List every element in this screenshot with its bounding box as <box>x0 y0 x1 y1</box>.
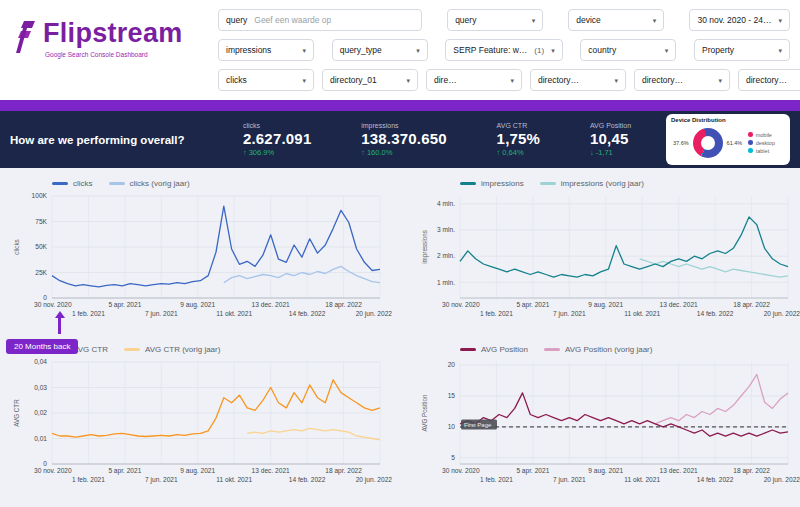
x-tick-label: 11 okt. 2021 <box>624 310 660 317</box>
filter-clicks[interactable]: clicks▾ <box>218 69 314 91</box>
chart-avg-ctr: AVG CTRAVG CTR (vorig jaar)30 nov. 20201… <box>10 344 382 504</box>
brand-name: Flipstream <box>43 20 183 47</box>
legend-swatch <box>52 182 68 185</box>
filter-label: country <box>588 45 616 55</box>
filter-query-type[interactable]: query_type▾ <box>332 39 428 61</box>
x-tick-label: 5 apr. 2021 <box>108 301 141 309</box>
y-tick-label: 0 <box>43 294 47 301</box>
chart-canvas-avg-ctr[interactable]: 30 nov. 20201 feb. 20215 apr. 20217 jun.… <box>10 357 388 490</box>
filter-country[interactable]: country▾ <box>580 39 676 61</box>
legend-dot <box>748 148 753 153</box>
chevron-down-icon: ▾ <box>302 77 306 84</box>
series-line-avg-ctr-vorig-jaar <box>247 428 380 440</box>
filter-date-range[interactable]: 30 nov. 2020 - 24…▾ <box>689 9 790 31</box>
device-donut-chart[interactable] <box>693 128 723 158</box>
legend-dot <box>748 140 753 145</box>
kpi-label: clicks <box>243 122 312 129</box>
kpi-avg-ctr: AVG CTR 1,75% ↑0,64% <box>497 122 541 157</box>
filter-directory-02[interactable]: dire…▾ <box>426 69 522 91</box>
x-tick-label: 14 feb. 2022 <box>289 310 326 317</box>
kpi-value: 1,75% <box>497 130 541 147</box>
delta-value: 0,64% <box>502 148 523 157</box>
top-bar: Flipstream Google Search Console Dashboa… <box>0 0 800 100</box>
x-tick-label: 9 aug. 2021 <box>588 301 623 309</box>
filter-label: query <box>455 15 476 25</box>
chevron-down-icon: ▾ <box>551 47 555 54</box>
chevron-down-icon: ▾ <box>406 77 410 84</box>
chevron-down-icon: ▾ <box>614 77 618 84</box>
filter-label: dire… <box>434 75 457 85</box>
kpi-group: clicks 2.627.091 ↑306.9% impressions 138… <box>218 122 656 157</box>
y-tick-label: 1 mln. <box>437 279 455 286</box>
legend-item-impressions-vorig-jaar[interactable]: impressions (vorig jaar) <box>540 179 644 188</box>
series-line-clicks <box>52 206 380 287</box>
x-tick-label: 18 apr. 2022 <box>733 301 770 309</box>
y-tick-label: 20 <box>448 361 456 368</box>
chart-canvas-impressions[interactable]: 30 nov. 20201 feb. 20215 apr. 20217 jun.… <box>418 191 796 324</box>
filter-query-search[interactable]: queryGeef een waarde op <box>218 9 422 31</box>
legend-item-avg-position[interactable]: AVG Position <box>460 345 528 354</box>
legend-item-impressions[interactable]: impressions <box>460 179 524 188</box>
filter-device[interactable]: device▾ <box>568 9 664 31</box>
chart-canvas-avg-position[interactable]: 30 nov. 20201 feb. 20215 apr. 20217 jun.… <box>418 357 796 490</box>
legend-item-avg-position-vorig-jaar[interactable]: AVG Position (vorig jaar) <box>544 345 652 354</box>
filter-label: directory… <box>642 75 683 85</box>
device-legend-item-tablet: tablet <box>748 148 775 154</box>
legend-swatch <box>109 182 125 185</box>
chart-canvas-clicks[interactable]: 30 nov. 20201 feb. 20215 apr. 20217 jun.… <box>10 191 388 324</box>
band-title: How are we performing overall? <box>10 134 208 146</box>
chevron-down-icon: ▾ <box>302 47 306 54</box>
y-tick-label: 15 <box>448 392 456 399</box>
filter-directory-05[interactable]: directory…▾ <box>738 69 800 91</box>
kpi-label: impressions <box>361 122 447 129</box>
x-tick-label: 5 apr. 2021 <box>516 467 549 475</box>
device-legend: mobiledesktoptablet <box>748 132 775 154</box>
filter-label: clicks <box>226 75 247 85</box>
delta-value: 306.9% <box>249 148 274 157</box>
filter-label: query_type <box>340 45 382 55</box>
legend-item-clicks[interactable]: clicks <box>52 179 93 188</box>
brand-text: Flipstream Google Search Console Dashboa… <box>43 20 183 58</box>
series-line-impressions <box>460 217 788 277</box>
filter-directory-04[interactable]: directory…▾ <box>634 69 730 91</box>
chevron-down-icon: ▾ <box>718 77 722 84</box>
chart-impressions: impressionsimpressions (vorig jaar)30 no… <box>418 178 790 338</box>
x-tick-label: 20 jun. 2022 <box>356 475 393 483</box>
x-tick-label: 13 dec. 2021 <box>660 301 698 308</box>
y-axis-title: impressions <box>421 230 429 264</box>
legend-item-avg-ctr-vorig-jaar[interactable]: AVG CTR (vorig jaar) <box>124 345 220 354</box>
chevron-down-icon: ▾ <box>653 17 657 24</box>
device-legend-item-desktop: desktop <box>748 140 775 146</box>
filter-directory-03[interactable]: directory…▾ <box>530 69 626 91</box>
delta-arrow-icon: ↑ <box>361 148 365 157</box>
filter-panel: queryGeef een waarde opquery▾device▾30 n… <box>218 6 790 96</box>
chart-legend-impressions: impressionsimpressions (vorig jaar) <box>460 178 790 189</box>
filter-serp-feature[interactable]: SERP Feature: w…(1)▾ <box>445 39 562 61</box>
annotation-badge: 20 Months back <box>6 339 78 354</box>
filter-label: query <box>226 15 247 25</box>
kpi-delta: ↑0,64% <box>497 148 541 157</box>
x-tick-label: 13 dec. 2021 <box>660 467 698 474</box>
x-tick-label: 18 apr. 2022 <box>325 301 362 309</box>
annotation-arrow-icon <box>58 318 61 334</box>
filter-impressions[interactable]: impressions▾ <box>218 39 314 61</box>
kpi-delta: ↓-1,71 <box>590 148 631 157</box>
x-tick-label: 7 jun. 2021 <box>553 475 586 483</box>
chevron-down-icon: ▾ <box>510 77 514 84</box>
legend-item-clicks-vorig-jaar[interactable]: clicks (vorig jaar) <box>109 179 190 188</box>
x-tick-label: 18 apr. 2022 <box>733 467 770 475</box>
delta-arrow-icon: ↓ <box>590 148 594 157</box>
filter-directory-01[interactable]: directory_01▾ <box>322 69 418 91</box>
filter-row-1: queryGeef een waarde opquery▾device▾30 n… <box>218 9 790 31</box>
legend-dot <box>748 132 753 137</box>
filter-label: device <box>576 15 601 25</box>
chart-legend-avg-position: AVG PositionAVG Position (vorig jaar) <box>460 344 790 355</box>
x-tick-label: 20 jun. 2022 <box>764 310 800 318</box>
filter-property[interactable]: Property▾ <box>694 39 790 61</box>
filter-query-dropdown[interactable]: query▾ <box>447 9 543 31</box>
x-tick-label: 13 dec. 2021 <box>252 301 290 308</box>
legend-label: clicks <box>73 179 93 188</box>
filter-label: impressions <box>226 45 271 55</box>
x-tick-label: 1 feb. 2021 <box>480 475 513 482</box>
legend-label: AVG CTR (vorig jaar) <box>145 345 220 354</box>
